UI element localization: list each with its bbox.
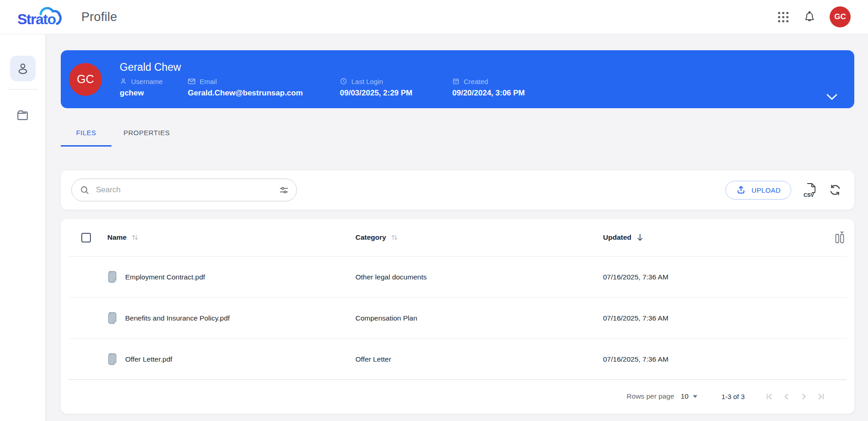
category-column-label: Category [355, 233, 386, 242]
field-last-login: Last Login 09/03/2025, 2:29 PM [340, 78, 452, 98]
chevron-down-icon [693, 395, 698, 398]
rows-per-page-select[interactable]: 10 [681, 392, 698, 400]
app-header: Strato Profile GC [0, 0, 868, 34]
profile-banner: GC Gerald Chew Username gchew [61, 50, 854, 108]
table-pagination: Rows per page 10 1-3 of 3 [69, 379, 847, 413]
column-settings-icon[interactable] [834, 231, 846, 244]
folder-icon [16, 108, 30, 122]
file-category: Other legal documents [355, 273, 603, 281]
sort-both-icon [391, 234, 398, 241]
pagination-range: 1-3 of 3 [721, 393, 745, 400]
profile-tabs: FILES PROPERTIES [61, 129, 854, 147]
file-updated: 07/16/2025, 7:36 AM [603, 355, 826, 363]
username-label: Username [131, 78, 163, 85]
previous-page-icon[interactable] [782, 392, 791, 401]
updated-column-label: Updated [603, 233, 631, 242]
sidebar-divider [8, 89, 37, 89]
strato-cloud-logo-icon: Strato [17, 5, 69, 29]
refresh-icon[interactable] [829, 184, 842, 196]
sidebar [0, 34, 46, 421]
field-username: Username gchew [120, 78, 188, 98]
email-label: Email [200, 78, 217, 85]
apps-grid-icon[interactable] [777, 11, 789, 23]
next-page-icon[interactable] [799, 392, 808, 401]
main-content: GC Gerald Chew Username gchew [46, 34, 868, 421]
notifications-bell-icon[interactable] [803, 11, 816, 23]
page-title: Profile [81, 10, 117, 24]
file-name: Employment Contract.pdf [125, 273, 205, 281]
tab-files[interactable]: FILES [61, 129, 111, 147]
rows-per-page-value: 10 [681, 392, 688, 400]
search-icon [79, 185, 90, 195]
table-row[interactable]: Offer Letter.pdf Offer Letter 07/16/2025… [69, 338, 847, 379]
profile-avatar: GC [69, 63, 102, 96]
upload-label: UPLOAD [752, 186, 781, 194]
last-page-icon[interactable] [817, 392, 826, 401]
logo-text: Strato [17, 11, 56, 27]
field-email: Email Gerald.Chew@bestrunsap.com [188, 78, 340, 98]
sort-desc-arrow-icon [636, 233, 644, 242]
banner-collapse-chevron-down-icon[interactable] [826, 94, 838, 102]
select-all-checkbox[interactable] [81, 233, 91, 242]
files-table: Name Category Updated [61, 219, 854, 414]
first-page-icon[interactable] [765, 392, 773, 401]
file-category: Compensation Plan [355, 314, 603, 322]
table-row[interactable]: Employment Contract.pdf Other legal docu… [69, 256, 847, 297]
person-icon [120, 78, 127, 85]
file-updated: 07/16/2025, 7:36 AM [603, 273, 826, 281]
name-column-label: Name [107, 233, 127, 242]
csv-label: CSV [804, 192, 814, 198]
email-value: Gerald.Chew@bestrunsap.com [188, 89, 340, 98]
file-name: Offer Letter.pdf [125, 355, 172, 363]
envelope-icon [188, 78, 196, 85]
sidebar-item-files[interactable] [10, 102, 36, 127]
column-header-updated[interactable]: Updated [603, 233, 826, 242]
search-box[interactable] [71, 179, 297, 201]
export-csv-icon[interactable]: CSV [803, 183, 817, 198]
tab-properties[interactable]: PROPERTIES [111, 129, 182, 147]
user-avatar[interactable]: GC [830, 6, 851, 27]
clock-icon [340, 78, 347, 85]
sidebar-item-profile[interactable] [10, 56, 36, 81]
filter-tune-icon[interactable] [279, 185, 289, 195]
file-icon [107, 312, 118, 324]
last-login-value: 09/03/2025, 2:29 PM [340, 89, 452, 98]
file-updated: 07/16/2025, 7:36 AM [603, 314, 826, 322]
rows-per-page-label: Rows per page [627, 392, 674, 400]
profile-name: Gerald Chew [120, 61, 525, 74]
strato-logo: Strato [17, 5, 69, 29]
person-icon [16, 62, 30, 75]
file-name: Benefits and Insurance Policy.pdf [125, 314, 230, 322]
username-value: gchew [120, 89, 188, 98]
upload-button[interactable]: UPLOAD [725, 181, 791, 200]
created-value: 09/20/2024, 3:06 PM [452, 89, 525, 98]
file-icon [107, 353, 118, 365]
calendar-icon [452, 78, 460, 85]
file-category: Offer Letter [355, 355, 603, 363]
created-label: Created [464, 78, 488, 85]
files-toolbar: UPLOAD CSV [61, 170, 854, 210]
last-login-label: Last Login [351, 78, 383, 85]
file-icon [107, 271, 118, 283]
table-header-row: Name Category Updated [69, 219, 847, 256]
search-input[interactable] [96, 185, 273, 195]
table-row[interactable]: Benefits and Insurance Policy.pdf Compen… [69, 297, 847, 338]
column-header-category[interactable]: Category [355, 233, 603, 242]
column-header-name[interactable]: Name [107, 233, 355, 242]
sort-both-icon [132, 234, 138, 241]
field-created: Created 09/20/2024, 3:06 PM [452, 78, 525, 98]
upload-icon [736, 185, 746, 195]
